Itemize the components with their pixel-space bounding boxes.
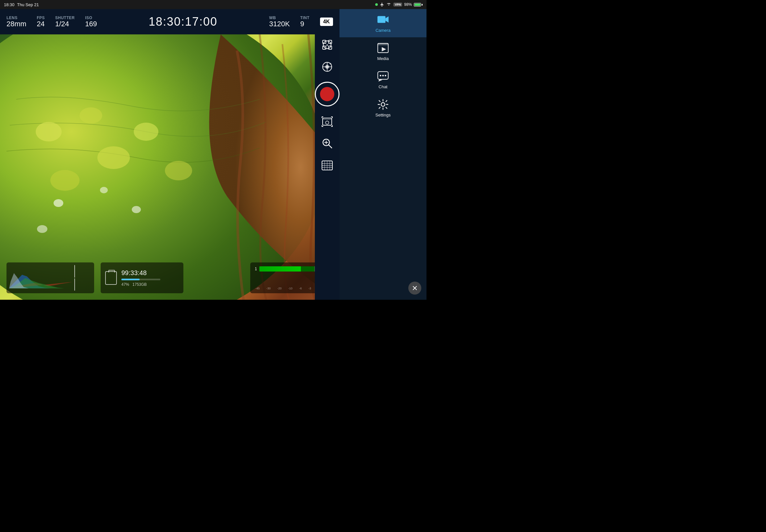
- battery-percent: 98%: [404, 2, 412, 7]
- nav-item-chat[interactable]: Chat: [339, 66, 427, 94]
- nav-label-camera: Camera: [375, 28, 391, 33]
- histogram-graph: [9, 265, 72, 288]
- resolution-badge[interactable]: 4K: [320, 18, 333, 26]
- fps-param: FPS 24: [37, 16, 45, 28]
- exposure-button[interactable]: + -: [317, 57, 337, 77]
- wifi-icon: [386, 2, 392, 7]
- histogram-white-lines: [74, 265, 75, 291]
- svg-text:-: -: [324, 68, 325, 71]
- storage-bar-fill: [121, 279, 140, 280]
- svg-line-26: [328, 145, 332, 148]
- wb-label: WB: [269, 16, 276, 20]
- svg-marker-39: [382, 47, 386, 51]
- svg-point-3: [97, 146, 130, 169]
- status-time: 18:30: [4, 2, 15, 7]
- fps-label: FPS: [37, 16, 45, 20]
- status-date: Thu Sep 21: [17, 2, 39, 7]
- storage-meta: 47% 1753GB: [121, 282, 160, 287]
- svg-point-6: [165, 161, 192, 180]
- svg-point-4: [50, 170, 79, 191]
- nav-item-media[interactable]: Media: [339, 37, 427, 66]
- tint-value: 9: [300, 20, 304, 28]
- status-right: VPN 98%: [375, 2, 423, 7]
- shutter-param: SHUTTER 1/24: [55, 16, 75, 28]
- lens-label: LENS: [6, 16, 18, 20]
- storage-info: 99:33:48 47% 1753GB: [121, 269, 160, 287]
- wb-param: WB 3120K: [269, 16, 290, 28]
- histogram-overlay: [6, 262, 94, 293]
- nav-item-settings[interactable]: Settings: [339, 94, 427, 122]
- battery-icon: [414, 3, 423, 6]
- nav-item-camera[interactable]: Camera: [339, 9, 427, 37]
- svg-point-8: [100, 187, 108, 193]
- iso-param: ISO 169: [85, 16, 97, 28]
- viewfinder[interactable]: 99:33:48 47% 1753GB 1: [0, 34, 339, 300]
- tint-param: TINT 9: [300, 16, 310, 28]
- svg-point-10: [37, 225, 47, 233]
- svg-rect-36: [377, 16, 386, 23]
- signal-dot-icon: [375, 3, 378, 6]
- svg-point-20: [325, 65, 329, 69]
- storage-overlay: 99:33:48 47% 1753GB: [101, 262, 183, 293]
- svg-point-5: [134, 123, 158, 141]
- screenshot-button[interactable]: [317, 112, 337, 131]
- svg-rect-38: [378, 43, 388, 45]
- fps-value: 24: [37, 20, 44, 28]
- lens-value: 28mm: [6, 20, 26, 28]
- svg-point-1: [36, 122, 62, 141]
- nav-label-chat: Chat: [378, 84, 387, 89]
- auto-focus-button[interactable]: A: [317, 35, 337, 54]
- timecode-display: 18:30:17:00: [107, 15, 259, 29]
- svg-point-2: [79, 107, 102, 124]
- wb-value: 3120K: [269, 20, 290, 28]
- svg-point-43: [385, 75, 386, 77]
- svg-point-24: [325, 121, 329, 124]
- nav-label-settings: Settings: [375, 113, 391, 117]
- shutter-label: SHUTTER: [55, 16, 75, 20]
- vpn-badge: VPN: [394, 3, 402, 6]
- shutter-value: 1/24: [55, 20, 69, 28]
- storage-device-icon: [105, 271, 117, 285]
- right-sidebar: Camera Media Chat Settings: [339, 9, 427, 300]
- record-button[interactable]: [315, 82, 339, 106]
- camera-header: LENS 28mm FPS 24 SHUTTER 1/24 ISO 169 18…: [0, 9, 339, 34]
- svg-point-7: [54, 199, 63, 207]
- audio-channel-label: 1: [255, 267, 258, 271]
- svg-point-42: [382, 75, 384, 77]
- iso-value: 169: [85, 20, 97, 28]
- storage-capacity: 1753GB: [132, 282, 147, 287]
- svg-text:A: A: [326, 43, 328, 47]
- airplane-icon: [380, 2, 384, 7]
- nav-label-media: Media: [377, 56, 389, 61]
- status-bar: 18:30 Thu Sep 21 VPN 98%: [0, 0, 427, 9]
- storage-percent: 47%: [121, 282, 129, 287]
- record-button-inner: [320, 87, 334, 101]
- svg-text:+: +: [330, 62, 331, 66]
- lens-param: LENS 28mm: [6, 16, 26, 28]
- status-left: 18:30 Thu Sep 21: [4, 2, 39, 7]
- svg-point-41: [380, 75, 381, 77]
- storage-time-remaining: 99:33:48: [121, 269, 160, 277]
- svg-point-44: [381, 103, 385, 106]
- zoom-button[interactable]: [317, 134, 337, 153]
- tint-label: TINT: [300, 16, 310, 20]
- tool-column: A + -: [315, 9, 339, 300]
- camera-area: LENS 28mm FPS 24 SHUTTER 1/24 ISO 169 18…: [0, 9, 339, 300]
- storage-bar: [121, 279, 160, 280]
- iso-label: ISO: [85, 16, 92, 20]
- collapse-button[interactable]: [408, 282, 421, 295]
- svg-point-9: [132, 206, 141, 213]
- lut-button[interactable]: [317, 156, 337, 175]
